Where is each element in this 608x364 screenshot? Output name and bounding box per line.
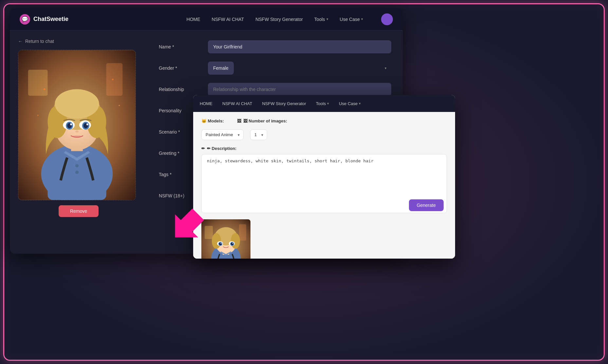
overlay-controls-row: Painted Anime 1 2 4 xyxy=(201,129,447,140)
logo-text: ChatSweetie xyxy=(33,16,68,23)
nav-bar: 💬 ChatSweetie HOME NSFW AI CHAT NSFW Sto… xyxy=(10,8,403,30)
svg-point-42 xyxy=(221,243,222,244)
svg-rect-4 xyxy=(48,157,106,200)
pencil-icon: ✏ xyxy=(201,146,205,151)
logo-icon: 💬 xyxy=(20,14,30,25)
character-svg xyxy=(18,50,136,200)
overlay-nav-usecase[interactable]: Use Case ▾ xyxy=(339,101,361,106)
description-label: ✏ ✏ Description: xyxy=(201,146,447,151)
svg-point-24 xyxy=(37,115,39,116)
back-link[interactable]: ← Return to chat xyxy=(18,39,139,44)
description-area: ninja, stewardess, white skin, twintails… xyxy=(201,154,447,214)
generated-image-area: Create Your AI Friend>> xyxy=(201,219,447,259)
svg-point-43 xyxy=(232,243,233,244)
form-row-name: Name * xyxy=(159,40,391,53)
character-image-container xyxy=(18,50,136,200)
svg-rect-2 xyxy=(106,63,123,96)
generated-image xyxy=(201,219,250,259)
nav-tools[interactable]: Tools ▾ xyxy=(314,17,328,22)
generate-button[interactable]: Generate xyxy=(409,199,444,211)
svg-rect-27 xyxy=(205,226,213,239)
overlay-nav-home[interactable]: HOME xyxy=(200,101,212,106)
svg-rect-28 xyxy=(239,224,246,241)
svg-point-10 xyxy=(55,89,99,119)
svg-point-18 xyxy=(86,123,88,125)
svg-rect-1 xyxy=(28,70,48,96)
models-row: 🐱 Models: 🖼 🖼 Number of images: xyxy=(201,118,447,123)
overlay-nav-chat[interactable]: NSFW AI CHAT xyxy=(222,101,252,106)
svg-point-22 xyxy=(44,88,46,90)
usecase-chevron-icon: ▾ xyxy=(361,17,363,21)
user-avatar[interactable] xyxy=(381,13,393,25)
generated-image-svg xyxy=(201,219,250,259)
logo-area: 💬 ChatSweetie xyxy=(20,14,187,25)
svg-point-17 xyxy=(70,123,72,125)
svg-point-25 xyxy=(119,105,120,106)
form-row-relationship: Relationship xyxy=(159,83,391,96)
left-panel: ← Return to chat xyxy=(10,30,147,254)
nav-use-case[interactable]: Use Case ▾ xyxy=(340,17,363,22)
svg-point-23 xyxy=(112,79,114,80)
relationship-input[interactable] xyxy=(208,83,391,96)
gender-select[interactable]: Female Male xyxy=(208,62,234,75)
model-select-container: Painted Anime xyxy=(201,129,244,140)
num-images-label: 🖼 🖼 Number of images: xyxy=(237,118,287,123)
overlay-nav-story[interactable]: NSFW Story Generator xyxy=(262,101,306,106)
overlay-window: HOME NSFW AI CHAT NSFW Story Generator T… xyxy=(193,95,455,259)
gender-chevron-icon: ▾ xyxy=(385,66,387,70)
model-select[interactable]: Painted Anime xyxy=(201,129,244,140)
nav-story-gen[interactable]: NSFW Story Generator xyxy=(255,17,303,22)
overlay-nav: HOME NSFW AI CHAT NSFW Story Generator T… xyxy=(193,95,455,112)
character-image xyxy=(18,50,136,200)
tools-chevron-icon: ▾ xyxy=(326,17,328,21)
name-label: Name * xyxy=(159,40,201,49)
generated-image-block: Create Your AI Friend>> xyxy=(201,219,250,259)
back-arrow-icon: ← xyxy=(18,39,23,44)
remove-button[interactable]: Remove xyxy=(59,205,99,217)
overlay-tools-chevron-icon: ▾ xyxy=(327,101,329,106)
overlay-nav-tools[interactable]: Tools ▾ xyxy=(316,101,329,106)
num-images-select[interactable]: 1 2 4 xyxy=(250,129,267,140)
num-images-select-container: 1 2 4 xyxy=(250,129,267,140)
form-row-gender: Gender * Female Male ▾ xyxy=(159,62,391,75)
models-label: 🐱 Models: xyxy=(201,118,224,123)
svg-point-20 xyxy=(75,164,79,167)
nav-home[interactable]: HOME xyxy=(187,17,200,22)
svg-point-19 xyxy=(75,131,79,133)
nav-nsfw-chat[interactable]: NSFW AI CHAT xyxy=(212,17,244,22)
svg-point-35 xyxy=(231,233,240,249)
relationship-label: Relationship xyxy=(159,83,201,92)
svg-point-34 xyxy=(212,233,221,249)
name-input[interactable] xyxy=(208,40,391,53)
gender-select-wrapper: Female Male ▾ xyxy=(208,62,391,75)
num-images-icon: 🖼 xyxy=(237,118,241,123)
svg-point-21 xyxy=(75,171,79,174)
gender-label: Gender * xyxy=(159,62,201,71)
nav-links: HOME NSFW AI CHAT NSFW Story Generator T… xyxy=(187,13,393,25)
overlay-content: 🐱 Models: 🖼 🖼 Number of images: Painted … xyxy=(193,112,455,259)
overlay-usecase-chevron-icon: ▾ xyxy=(359,101,361,106)
